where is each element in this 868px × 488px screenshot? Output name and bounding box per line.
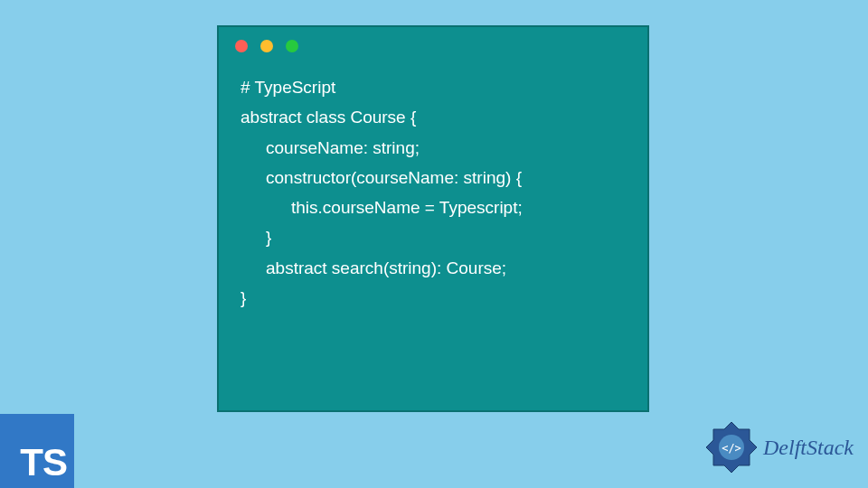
code-line: } (241, 222, 626, 252)
typescript-logo-text: TS (20, 441, 67, 484)
brand-logo: </> DelftStack (703, 419, 854, 475)
code-line: courseName: string; (241, 133, 626, 163)
code-line: } (241, 283, 626, 313)
close-icon (235, 40, 248, 52)
code-line: abstract class Course { (241, 102, 626, 132)
brand-icon: </> (703, 419, 760, 475)
code-window: # TypeScript abstract class Course { cou… (217, 25, 649, 412)
code-line: abstract search(string): Course; (241, 253, 626, 283)
svg-text:</>: </> (722, 442, 741, 455)
code-line: constructor(courseName: string) { (241, 163, 626, 192)
code-content: # TypeScript abstract class Course { cou… (219, 65, 647, 320)
maximize-icon (286, 40, 298, 52)
code-line: # TypeScript (241, 72, 626, 102)
brand-text: DelftStack (763, 436, 854, 460)
minimize-icon (260, 40, 273, 52)
window-controls (219, 27, 647, 65)
typescript-badge: TS (0, 414, 74, 488)
code-line: this.courseName = Typescript; (241, 192, 626, 222)
